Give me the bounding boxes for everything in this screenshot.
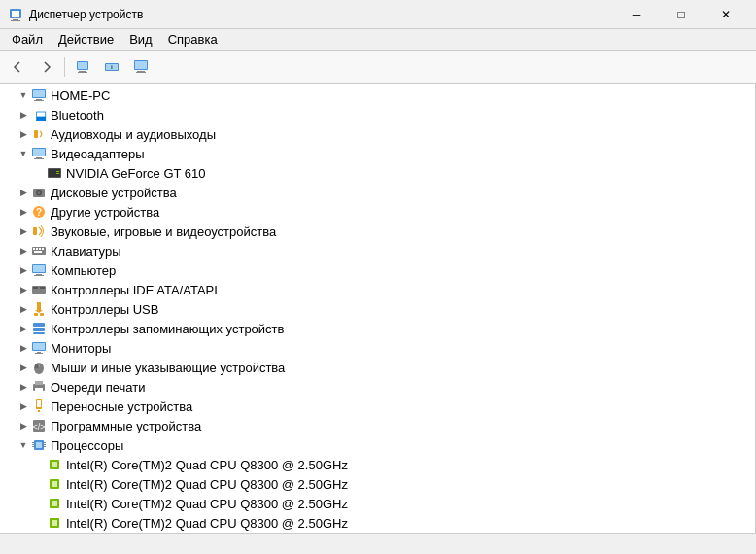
expand-video[interactable]: ▼ [16, 146, 31, 161]
tree-item-portable[interactable]: ▶Переносные устройства [0, 397, 755, 416]
device-tree[interactable]: ▼ HOME-PC ▶⬓Bluetooth▶Аудиовходы и аудио… [0, 84, 756, 533]
tree-item-cpu1[interactable]: ▶Intel(R) Core(TM)2 Quad CPU Q8300 @ 2.5… [0, 455, 755, 474]
portable-icon [31, 398, 47, 414]
expand-program[interactable]: ▶ [16, 418, 31, 433]
expand-cpu[interactable]: ▼ [16, 437, 31, 453]
label-portable: Переносные устройства [51, 399, 192, 414]
tree-item-cpu4[interactable]: ▶Intel(R) Core(TM)2 Quad CPU Q8300 @ 2.5… [0, 513, 755, 533]
expand-usb[interactable]: ▶ [16, 301, 31, 317]
label-other: Другие устройства [51, 205, 159, 220]
tree-item-usb[interactable]: ▶Контроллеры USB [0, 299, 755, 319]
label-video: Видеоадаптеры [51, 147, 145, 161]
expand-storage[interactable]: ▶ [16, 321, 31, 336]
expand-sound[interactable]: ▶ [16, 224, 31, 239]
usb-icon [31, 301, 47, 317]
tree-root[interactable]: ▼ HOME-PC [0, 86, 755, 105]
label-program: Программные устройства [51, 419, 201, 433]
expand-bluetooth[interactable]: ▶ [16, 107, 31, 122]
maximize-button[interactable]: □ [659, 0, 704, 29]
svg-rect-66 [37, 400, 41, 407]
tree-item-sound[interactable]: ▶Звуковые, игровые и видеоустройства [0, 222, 755, 241]
label-cpu1: Intel(R) Core(TM)2 Quad CPU Q8300 @ 2.50… [66, 458, 348, 472]
svg-rect-75 [44, 442, 46, 443]
expand-computer[interactable]: ▶ [16, 262, 31, 278]
tree-item-cpu3[interactable]: ▶Intel(R) Core(TM)2 Quad CPU Q8300 @ 2.5… [0, 494, 755, 513]
cpuitem-icon [47, 515, 62, 531]
tree-item-cpu2[interactable]: ▶Intel(R) Core(TM)2 Quad CPU Q8300 @ 2.5… [0, 474, 755, 494]
nvidia-icon [47, 165, 62, 181]
update-driver-button[interactable]: i [98, 54, 125, 80]
svg-rect-7 [78, 72, 87, 73]
expand-keyboard[interactable]: ▶ [16, 243, 31, 259]
menu-help[interactable]: Справка [160, 30, 225, 49]
svg-rect-22 [33, 149, 45, 156]
tree-item-keyboard[interactable]: ▶Клавиатуры [0, 241, 755, 260]
close-button[interactable]: ✕ [704, 0, 748, 29]
svg-rect-52 [33, 323, 45, 327]
disk-icon [31, 185, 47, 200]
root-label: HOME-PC [51, 88, 110, 103]
expand-portable[interactable]: ▶ [16, 398, 31, 414]
tree-item-cpu[interactable]: ▼Процессоры [0, 435, 755, 455]
tree-item-other[interactable]: ▶?Другие устройства [0, 202, 755, 222]
expand-mouse[interactable]: ▶ [16, 360, 31, 375]
svg-rect-27 [56, 171, 59, 172]
tree-item-computer[interactable]: ▶Компьютер [0, 260, 755, 280]
svg-rect-50 [34, 313, 38, 316]
svg-rect-5 [78, 62, 87, 69]
root-expand[interactable]: ▼ [16, 87, 31, 103]
menu-view[interactable]: Вид [121, 30, 160, 49]
expand-other[interactable]: ▶ [16, 204, 31, 220]
minimize-button[interactable]: ─ [614, 0, 659, 29]
menu-file[interactable]: Файл [4, 30, 51, 49]
program-icon: </> [31, 418, 47, 433]
label-sound: Звуковые, игровые и видеоустройства [51, 225, 276, 239]
svg-rect-20 [34, 130, 38, 138]
tree-item-ide[interactable]: ▶Контроллеры IDE ATA/ATAPI [0, 280, 755, 299]
tree-item-audio[interactable]: ▶Аудиовходы и аудиовыходы [0, 124, 755, 144]
label-storage: Контроллеры запоминающих устройств [51, 322, 284, 336]
expand-monitor[interactable]: ▶ [16, 340, 31, 356]
label-usb: Контроллеры USB [51, 302, 158, 317]
cpuitem-icon [47, 457, 62, 472]
svg-rect-60 [39, 363, 40, 367]
tree-item-monitor[interactable]: ▶Мониторы [0, 338, 755, 358]
label-mouse: Мыши и иные указывающие устройства [51, 361, 285, 375]
svg-rect-58 [35, 353, 43, 354]
svg-rect-72 [32, 442, 34, 443]
back-button[interactable] [4, 54, 31, 80]
forward-button[interactable] [33, 54, 60, 80]
svg-rect-61 [35, 364, 39, 368]
tree-item-mouse[interactable]: ▶Мыши и иные указывающие устройства [0, 358, 755, 377]
label-cpu2: Intel(R) Core(TM)2 Quad CPU Q8300 @ 2.50… [66, 477, 348, 492]
svg-text:⬓: ⬓ [35, 108, 47, 122]
menu-action[interactable]: Действие [51, 30, 121, 49]
bluetooth-icon: ⬓ [31, 107, 47, 122]
expand-disk[interactable]: ▶ [16, 185, 31, 200]
svg-rect-24 [34, 158, 44, 159]
scan-changes-button[interactable] [127, 54, 155, 80]
tree-item-bluetooth[interactable]: ▶⬓Bluetooth [0, 105, 755, 124]
svg-rect-13 [137, 71, 145, 72]
expand-audio[interactable]: ▶ [16, 126, 31, 142]
svg-rect-42 [33, 265, 45, 272]
svg-rect-23 [36, 157, 42, 158]
label-nvidia: NVIDIA GeForce GT 610 [66, 166, 206, 181]
expand-ide[interactable]: ▶ [16, 282, 31, 297]
svg-rect-17 [36, 99, 42, 100]
keyboard-icon [31, 243, 47, 259]
tree-item-video[interactable]: ▼Видеоадаптеры [0, 144, 755, 163]
tree-item-disk[interactable]: ▶Дисковые устройства [0, 183, 755, 202]
tree-item-nvidia[interactable]: ▶NVIDIA GeForce GT 610 [0, 163, 755, 183]
label-ide: Контроллеры IDE ATA/ATAPI [51, 283, 218, 297]
tree-item-storage[interactable]: ▶Контроллеры запоминающих устройств [0, 319, 755, 338]
tree-item-printer[interactable]: ▶Очереди печати [0, 377, 755, 397]
toolbar-separator-1 [64, 57, 65, 77]
label-monitor: Мониторы [51, 341, 111, 356]
label-bluetooth: Bluetooth [51, 108, 104, 122]
tree-item-program[interactable]: ▶</>Программные устройства [0, 416, 755, 435]
svg-marker-49 [35, 310, 43, 313]
label-disk: Дисковые устройства [51, 186, 177, 200]
expand-printer[interactable]: ▶ [16, 379, 31, 395]
properties-button[interactable] [69, 54, 96, 80]
